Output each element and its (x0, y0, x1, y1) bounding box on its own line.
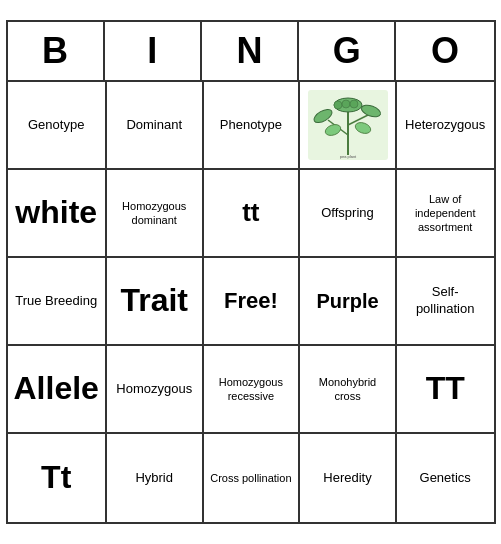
bingo-cell-r5c1: Tt (8, 434, 107, 522)
svg-text:pea plant: pea plant (339, 154, 356, 159)
pea-plant-image: pea plant (308, 90, 388, 160)
bingo-cell-r2c2: Homozygous dominant (107, 170, 204, 258)
cell-text-r3c4: Purple (316, 288, 378, 314)
bingo-cell-r1c3: Phenotype (204, 82, 301, 170)
cell-text-r3c2: Trait (120, 280, 188, 322)
cell-text-r5c4: Heredity (323, 470, 371, 487)
cell-text-r3c3: Free! (224, 288, 278, 314)
header-letter-o: O (396, 22, 493, 80)
cell-text-r1c2: Dominant (126, 117, 182, 134)
bingo-cell-r1c4: pea plant (300, 82, 397, 170)
bingo-cell-r4c5: TT (397, 346, 494, 434)
bingo-cell-r4c4: Monohybrid cross (300, 346, 397, 434)
svg-point-6 (342, 100, 350, 108)
cell-text-r1c3: Phenotype (220, 117, 282, 134)
bingo-cell-r5c5: Genetics (397, 434, 494, 522)
header-letter-g: G (299, 22, 396, 80)
bingo-cell-r1c5: Heterozygous (397, 82, 494, 170)
cell-text-r1c1: Genotype (28, 117, 84, 134)
cell-text-r4c2: Homozygous (116, 381, 192, 398)
bingo-cell-r4c2: Homozygous (107, 346, 204, 434)
bingo-cell-r2c5: Law of independent assortment (397, 170, 494, 258)
cell-text-r2c1: white (15, 192, 97, 234)
bingo-header: BINGO (8, 22, 494, 82)
bingo-cell-r5c4: Heredity (300, 434, 397, 522)
bingo-cell-r2c3: tt (204, 170, 301, 258)
cell-text-r5c5: Genetics (420, 470, 471, 487)
header-letter-b: B (8, 22, 105, 80)
bingo-cell-r3c3: Free! (204, 258, 301, 346)
cell-text-r4c3: Homozygous recessive (210, 375, 293, 404)
bingo-cell-r2c1: white (8, 170, 107, 258)
bingo-cell-r4c3: Homozygous recessive (204, 346, 301, 434)
bingo-card: BINGO GenotypeDominantPhenotype (6, 20, 496, 524)
bingo-cell-r3c2: Trait (107, 258, 204, 346)
cell-text-r3c5: Self-pollination (403, 284, 488, 318)
bingo-grid: GenotypeDominantPhenotype (8, 82, 494, 522)
cell-text-r1c5: Heterozygous (405, 117, 485, 134)
cell-text-r4c5: TT (426, 368, 465, 410)
bingo-cell-r1c1: Genotype (8, 82, 107, 170)
bingo-cell-r5c2: Hybrid (107, 434, 204, 522)
cell-text-r5c1: Tt (41, 457, 71, 499)
bingo-cell-r5c3: Cross pollination (204, 434, 301, 522)
bingo-cell-r2c4: Offspring (300, 170, 397, 258)
bingo-cell-r1c2: Dominant (107, 82, 204, 170)
cell-text-r2c4: Offspring (321, 205, 374, 222)
cell-text-r5c2: Hybrid (135, 470, 173, 487)
cell-text-r2c5: Law of independent assortment (403, 192, 488, 235)
cell-text-r4c1: Allele (14, 368, 99, 410)
svg-point-5 (334, 101, 342, 109)
cell-text-r3c1: True Breeding (15, 293, 97, 310)
bingo-cell-r3c4: Purple (300, 258, 397, 346)
cell-text-r5c3: Cross pollination (210, 471, 291, 485)
bingo-cell-r3c1: True Breeding (8, 258, 107, 346)
cell-text-r2c3: tt (242, 196, 259, 230)
svg-point-7 (350, 100, 358, 108)
cell-text-r4c4: Monohybrid cross (306, 375, 389, 404)
bingo-cell-r3c5: Self-pollination (397, 258, 494, 346)
cell-text-r2c2: Homozygous dominant (113, 199, 196, 228)
header-letter-i: I (105, 22, 202, 80)
bingo-cell-r4c1: Allele (8, 346, 107, 434)
header-letter-n: N (202, 22, 299, 80)
